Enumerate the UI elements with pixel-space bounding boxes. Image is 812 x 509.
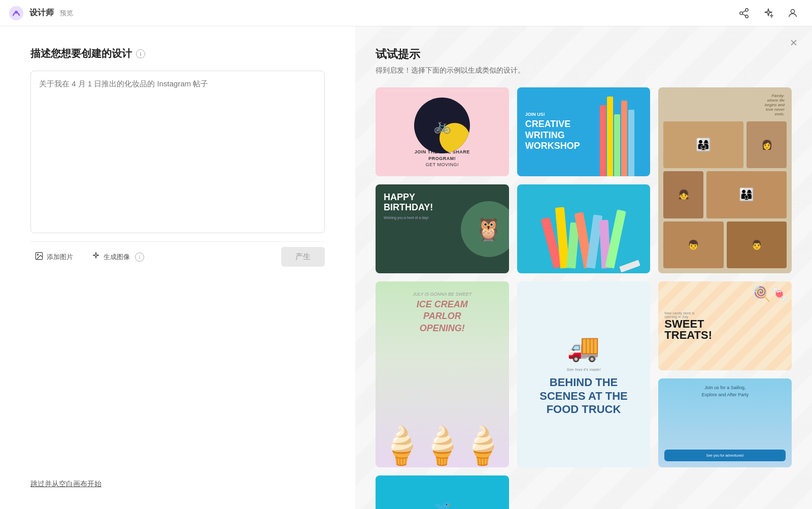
eraser — [619, 260, 640, 273]
writing-content: JOIN US! CREATIVEWRITINGWORKSHOP — [525, 112, 642, 152]
add-image-label: 添加图片 — [47, 252, 73, 262]
generate-image-button[interactable]: 生成图像 i — [87, 249, 148, 265]
app-name: 设计师 — [29, 8, 54, 18]
template-summer[interactable]: 🐦 Summer Club — [376, 475, 509, 509]
svg-point-2 — [746, 8, 749, 11]
generate-info-icon[interactable]: i — [135, 252, 144, 262]
tips-subtitle: 得到启发！选择下面的示例以生成类似的设计。 — [376, 66, 792, 75]
bike-circle: 🚲 — [414, 98, 470, 153]
right-panel: 试试提示 得到启发！选择下面的示例以生成类似的设计。 🚲 JOIN THE BI… — [355, 26, 812, 509]
titlebar: 设计师 预览 — [0, 0, 812, 26]
add-image-button[interactable]: 添加图片 — [30, 249, 77, 265]
toolbar-row: 添加图片 生成图像 i 产生 — [30, 241, 325, 272]
bird-icon: 🐦 — [433, 499, 451, 510]
generate-image-label: 生成图像 — [104, 252, 130, 262]
generate-button[interactable]: 产生 — [281, 247, 325, 267]
titlebar-actions — [737, 6, 800, 20]
template-foodtruck[interactable]: 🚚 See how it's made! BEHIND THESCENES AT… — [517, 281, 651, 467]
svg-point-7 — [791, 9, 794, 13]
right-panel-content: 试试提示 得到启发！选择下面的示例以生成类似的设计。 🚲 JOIN THE BI… — [376, 47, 792, 509]
toolbar-left: 添加图片 生成图像 i — [30, 249, 148, 265]
design-prompt-title: 描述您想要创建的设计 i — [30, 47, 325, 60]
sailing-space — [664, 398, 786, 450]
add-image-icon — [35, 251, 44, 263]
template-icecream[interactable]: JULY IS GONNA BE SWEET ICE CREAMPARLOROP… — [376, 281, 509, 467]
family-quote: Family:where lifebegins andlove neverend… — [663, 92, 787, 118]
icecream-cones: 🍦 🍦 🍦 — [379, 424, 505, 467]
icecream-title: ICE CREAMPARLOROPENING! — [417, 299, 468, 334]
info-icon[interactable]: i — [136, 49, 145, 58]
sweet-content: New candy store isopening in July SWEETT… — [664, 311, 786, 341]
sailing-content: Join us for a Sailing,Explore and After … — [664, 385, 786, 398]
prompt-input[interactable] — [39, 79, 316, 225]
foodtruck-title: BEHIND THESCENES AT THEFOOD TRUCK — [539, 376, 628, 416]
main-container: 描述您想要创建的设计 i 添加图片 — [0, 26, 812, 509]
left-panel: 描述您想要创建的设计 i 添加图片 — [0, 26, 355, 509]
foodtruck-icon: 🚚 — [567, 332, 600, 363]
svg-point-3 — [740, 12, 743, 15]
template-sweet[interactable]: New candy store isopening in July SWEETT… — [658, 281, 792, 370]
svg-point-4 — [746, 15, 749, 17]
template-birthday[interactable]: HAPPYBIRTHDAY! Wishing you a hoot of a d… — [376, 184, 509, 273]
share-icon[interactable] — [737, 6, 751, 20]
pencils-photo — [517, 184, 651, 273]
candy-icons: 🍭🍬 — [753, 285, 789, 302]
template-writing[interactable]: JOIN US! CREATIVEWRITINGWORKSHOP — [517, 87, 651, 176]
birthday-text: HAPPYBIRTHDAY! Wishing you a hoot of a d… — [384, 193, 433, 219]
svg-line-6 — [742, 10, 746, 12]
sparkle-icon — [91, 251, 100, 263]
template-bike[interactable]: 🚲 JOIN THE BIKE SHAREPROGRAM!GET MOVING! — [376, 87, 509, 176]
user-icon[interactable] — [786, 6, 800, 20]
svg-point-9 — [37, 254, 38, 255]
template-family[interactable]: Family:where lifebegins andlove neverend… — [658, 87, 792, 273]
sailing-cta-box: See you for adventures! — [664, 450, 786, 461]
skip-link[interactable]: 跳过并从空白画布开始 — [30, 480, 325, 489]
foodtruck-tagline: See how it's made! — [566, 367, 600, 372]
prompt-textarea-wrapper[interactable] — [30, 71, 325, 233]
icecream-since: JULY IS GONNA BE SWEET — [413, 292, 471, 297]
preview-label: 预览 — [60, 9, 73, 18]
template-pencils-photo[interactable] — [517, 184, 651, 273]
app-logo — [8, 5, 24, 21]
svg-line-5 — [742, 14, 746, 16]
svg-point-1 — [15, 11, 18, 14]
template-grid: 🚲 JOIN THE BIKE SHAREPROGRAM!GET MOVING! — [376, 87, 792, 509]
tips-title: 试试提示 — [376, 47, 792, 62]
family-photos: 👨‍👩‍👧 👩 👧 👨‍👩‍👦 👦 👨 — [663, 121, 787, 268]
template-sailing[interactable]: Join us for a Sailing,Explore and After … — [658, 378, 792, 467]
magic-icon[interactable] — [761, 6, 775, 20]
owl-visual: 🦉 — [461, 201, 509, 257]
